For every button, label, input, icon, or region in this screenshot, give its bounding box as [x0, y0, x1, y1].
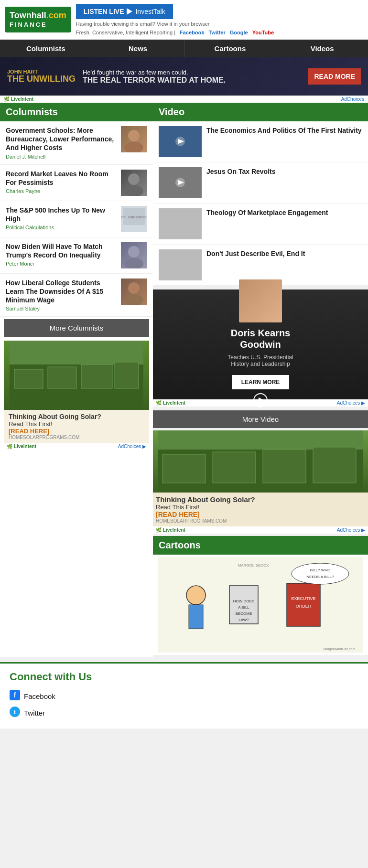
twitter-link[interactable]: Twitter	[208, 30, 225, 35]
svg-point-1	[124, 142, 143, 152]
svg-text:t: t	[14, 709, 16, 716]
more-video-button[interactable]: More Video	[153, 410, 368, 428]
columnist-title: Now Biden Will Have To Match Trump's Rec…	[6, 242, 117, 259]
svg-point-9	[124, 294, 143, 305]
liveintent-logo: 🌿 LiveIntent	[4, 96, 33, 102]
left-column: Columnists Government Schools: More Bure…	[0, 103, 153, 657]
list-item[interactable]: How Liberal College Students Learn The D…	[0, 274, 153, 317]
columnist-title: The S&P 500 Inches Up To New High	[6, 206, 117, 223]
video-title: Jesus On Tax Revolts	[206, 167, 275, 177]
nav-cartoons[interactable]: Cartoons	[184, 40, 277, 57]
columnist-author: Political Calculations	[6, 225, 117, 230]
left-ad-footer: 🌿 LiveIntent AdChoices ▶	[4, 443, 149, 450]
site-subname: FINANCE	[10, 21, 66, 29]
svg-point-2	[128, 173, 140, 185]
main-content: Columnists Government Schools: More Bure…	[0, 103, 368, 657]
video-thumbnail	[159, 208, 202, 239]
solar-ad-headline: Thinking About Going Solar?	[9, 413, 144, 420]
video-section: Video The Economics And Politics Of The …	[153, 103, 368, 286]
svg-rect-30	[263, 450, 306, 483]
tagline-line: Fresh, Conservative, Intelligent Reporti…	[76, 30, 363, 35]
video-section-header: Video	[153, 103, 368, 121]
list-item[interactable]: Now Biden Will Have To Match Trump's Rec…	[0, 237, 153, 274]
video-title: The Economics And Politics Of The First …	[206, 126, 362, 136]
right-solar-image	[153, 430, 368, 493]
columnist-author: Peter Morici	[6, 261, 117, 267]
svg-marker-25	[259, 397, 264, 403]
right-solar-subline: Read This First!	[156, 504, 365, 511]
adchoices-label[interactable]: AdChoices	[341, 96, 364, 102]
adchoices-rsolar[interactable]: AdChoices ▶	[337, 527, 365, 533]
columnist-title: Government Schools: More Bureaucracy, Lo…	[6, 126, 117, 152]
facebook-link[interactable]: Facebook	[180, 30, 204, 35]
trouble-text: Having trouble viewing this email? View …	[76, 21, 363, 27]
right-solar-ad[interactable]: Thinking About Going Solar? Read This Fi…	[153, 430, 368, 534]
svg-text:f: f	[14, 691, 16, 699]
banner-read-more[interactable]: READ MORE	[308, 68, 361, 85]
svg-text:BECOME: BECOME	[236, 611, 252, 616]
banner-tagline: He'd fought the war as few men could. TH…	[83, 69, 308, 85]
solar-ad-image	[4, 341, 149, 410]
svg-point-7	[124, 258, 143, 268]
facebook-connect[interactable]: f Facebook	[10, 688, 358, 705]
google-link[interactable]: Google	[230, 30, 248, 35]
right-masterclass-ad[interactable]: Doris KearnsGoodwin Teaches U.S. Preside…	[153, 289, 368, 407]
banner-ad[interactable]: JOHN HART THE UNWILLING He'd fought the …	[0, 57, 368, 96]
columnist-image	[121, 170, 147, 196]
video-thumbnail	[159, 167, 202, 198]
banner-ad-footer: 🌿 LiveIntent AdChoices	[0, 96, 368, 103]
facebook-label: Facebook	[24, 692, 55, 700]
columnists-section-header: Columnists	[0, 103, 153, 121]
listen-live-button[interactable]: LISTEN LIVE InvestTalk	[76, 4, 173, 19]
list-item[interactable]: Jesus On Tax Revolts	[153, 162, 368, 204]
youtube-link[interactable]: YouTube	[252, 30, 274, 35]
twitter-connect[interactable]: t Twitter	[10, 705, 358, 721]
nav-columnists[interactable]: Columnists	[0, 40, 92, 57]
columnist-author: Charles Payne	[6, 188, 117, 194]
list-item[interactable]: Record Market Leaves No Room For Pessimi…	[0, 165, 153, 201]
cartoons-section-header: Cartoons	[153, 536, 368, 555]
svg-text:BILL? WHO: BILL? WHO	[310, 568, 331, 572]
svg-rect-31	[313, 447, 356, 483]
columnist-image	[121, 126, 147, 152]
more-columnists-button[interactable]: More Columnists	[4, 319, 149, 337]
svg-rect-28	[162, 454, 206, 483]
listen-live-label: LISTEN LIVE	[84, 8, 124, 15]
columnist-author: Daniel J. Mitchell	[6, 154, 117, 160]
right-solar-ad-footer: 🌿 LiveIntent AdChoices ▶	[153, 526, 368, 534]
site-logo[interactable]: Townhall.com FINANCE	[5, 7, 71, 32]
facebook-icon: f	[10, 690, 20, 703]
svg-text:Pol. Calculations: Pol. Calculations	[121, 215, 147, 219]
doris-image	[239, 279, 282, 322]
svg-rect-13	[48, 367, 76, 388]
banner-book-title: THE UNWILLING	[7, 75, 76, 84]
columnist-author: Samuel Staley	[6, 306, 117, 311]
svg-text:LAW?: LAW?	[238, 618, 249, 622]
nav-videos[interactable]: Videos	[276, 40, 368, 57]
right-column: Video The Economics And Politics Of The …	[153, 103, 368, 657]
svg-text:ORDER: ORDER	[296, 604, 312, 609]
columnist-image: Pol. Calculations	[121, 206, 147, 232]
connect-section: Connect with Us f Facebook t Twitter	[0, 662, 368, 729]
left-ad[interactable]: Thinking About Going Solar? Read This Fi…	[4, 341, 149, 450]
svg-point-0	[128, 130, 140, 141]
svg-rect-14	[81, 364, 112, 388]
twitter-icon: t	[10, 707, 20, 719]
columnist-title: Record Market Leaves No Room For Pessimi…	[6, 170, 117, 187]
nav-news[interactable]: News	[92, 40, 184, 57]
list-item[interactable]: Government Schools: More Bureaucracy, Lo…	[0, 121, 153, 165]
list-item[interactable]: The S&P 500 Inches Up To New High Politi…	[0, 201, 153, 237]
svg-point-44	[292, 563, 349, 584]
listen-brand: InvestTalk	[135, 8, 165, 15]
list-item[interactable]: Theology Of Marketplace Engagement	[153, 204, 368, 245]
list-item[interactable]: The Economics And Politics Of The First …	[153, 121, 368, 162]
adchoices-right[interactable]: AdChoices ▶	[337, 400, 365, 406]
video-title: Theology Of Marketplace Engagement	[206, 208, 328, 218]
columnist-image	[121, 279, 147, 305]
adchoices-left[interactable]: AdChoices ▶	[118, 444, 146, 449]
svg-rect-35	[189, 605, 203, 629]
masterclass-learn-button[interactable]: LEARN MORE	[232, 375, 290, 389]
columnist-title: How Liberal College Students Learn The D…	[6, 279, 117, 305]
svg-point-3	[124, 185, 143, 196]
cartoon-image-container[interactable]: MARGOLIS&COX HOW DOES A BILL BECOME LAW?…	[153, 555, 368, 655]
